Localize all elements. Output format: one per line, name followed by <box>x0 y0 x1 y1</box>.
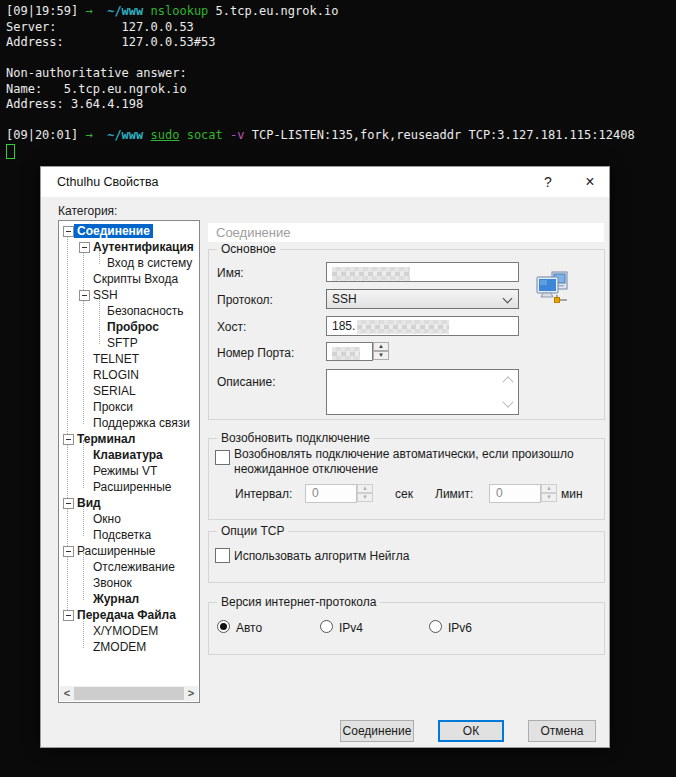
group-basic-title: Основное <box>217 242 280 256</box>
spin-up-icon: ▲ <box>541 484 557 493</box>
network-connection-icon <box>535 270 571 306</box>
terminal[interactable]: [09|19:59] → ~/www nslookup 5.tcp.eu.ngr… <box>6 4 670 159</box>
protocol-select[interactable]: SSH <box>326 289 519 309</box>
radio-auto-label: Авто <box>236 621 262 635</box>
terminal-line <box>6 51 670 67</box>
terminal-line: Non-authoritative answer: <box>6 66 670 82</box>
limit-spinner: ▲ ▼ <box>541 484 557 503</box>
group-ip-version: Версия интернет-протокола Авто IPv4 IPv6 <box>208 602 605 655</box>
tree-item-vt-modes[interactable]: Режимы VT <box>90 464 160 480</box>
auto-reconnect-checkbox[interactable] <box>215 450 230 465</box>
collapse-icon[interactable] <box>63 546 74 557</box>
scrollbar-thumb[interactable] <box>74 687 184 700</box>
interval-input: 0 <box>305 484 357 503</box>
description-textarea[interactable] <box>326 369 519 415</box>
host-value: 185. <box>332 319 355 333</box>
name-input[interactable] <box>326 262 519 282</box>
group-tcp-title: Опции TCP <box>217 524 288 538</box>
terminal-line: [09|20:01] → ~/www sudo socat -v TCP-LIS… <box>6 128 670 144</box>
scroll-down-icon[interactable] <box>502 396 513 407</box>
tree-item-advanced[interactable]: Расширенные <box>74 544 159 560</box>
tree-item-view[interactable]: Вид <box>74 496 104 512</box>
spin-up-icon: ▲ <box>357 484 373 493</box>
collapse-icon[interactable] <box>63 610 74 621</box>
nagle-checkbox[interactable] <box>215 548 230 563</box>
redacted-name <box>332 267 410 281</box>
host-input[interactable]: 185. <box>326 316 519 336</box>
interval-spinner: ▲ ▼ <box>357 484 373 503</box>
protocol-label: Протокол: <box>217 293 273 307</box>
radio-ipv6-label: IPv6 <box>448 621 472 635</box>
spin-down-icon[interactable]: ▼ <box>373 351 389 360</box>
tree-item-login[interactable]: Вход в систему <box>104 256 195 272</box>
connect-button[interactable]: Соединение <box>340 720 414 742</box>
limit-input: 0 <box>489 484 541 503</box>
tree-item-xymodem[interactable]: X/YMODEM <box>90 624 161 640</box>
name-label: Имя: <box>217 266 244 280</box>
radio-ipv4[interactable] <box>320 620 333 633</box>
collapse-icon[interactable] <box>79 242 90 253</box>
panel-header: Соединение <box>208 223 604 242</box>
category-label: Категория: <box>58 204 117 218</box>
group-tcp: Опции TCP Использовать алгоритм Нейгла <box>208 531 605 583</box>
group-reconnect-title: Возобновить подключение <box>217 431 374 445</box>
scroll-up-icon[interactable] <box>502 376 513 387</box>
tree-item-security[interactable]: Безопасность <box>104 304 187 320</box>
tree-item-keepalive[interactable]: Поддержка связи <box>90 416 193 432</box>
tree-item-zmodem[interactable]: ZMODEM <box>90 640 149 656</box>
host-label: Хост: <box>217 320 246 334</box>
tree-item-keyboard[interactable]: Клавиатура <box>90 448 166 464</box>
collapse-icon[interactable] <box>79 290 90 301</box>
tree-item-login-scripts[interactable]: Скрипты Входа <box>90 272 181 288</box>
category-tree[interactable]: Соединение Аутентификация Вход в систему… <box>58 220 200 703</box>
group-basic: Основное Имя: Протокол: SSH Хост: 185. Н… <box>208 249 605 420</box>
terminal-cursor <box>6 144 15 159</box>
tree-item-serial[interactable]: SERIAL <box>90 384 139 400</box>
tree-item-file-transfer[interactable]: Передача Файла <box>74 608 179 624</box>
port-label: Номер Порта: <box>217 346 294 360</box>
dialog-titlebar[interactable]: Cthulhu Свойства ? × <box>41 167 609 197</box>
tree-guide <box>83 249 84 424</box>
prompt-arrow-icon: → <box>85 128 107 142</box>
nagle-label: Использовать алгоритм Нейгла <box>234 549 409 563</box>
terminal-line: Server: 127.0.0.53 <box>6 20 670 36</box>
spin-down-icon: ▼ <box>541 493 557 502</box>
radio-auto[interactable] <box>217 620 230 633</box>
port-input[interactable] <box>326 342 373 361</box>
tree-item-terminal[interactable]: Терминал <box>74 432 138 448</box>
close-icon[interactable]: × <box>575 167 605 197</box>
description-label: Описание: <box>217 375 276 389</box>
tree-item-tracking[interactable]: Отслеживание <box>90 560 178 576</box>
collapse-icon[interactable] <box>63 434 74 445</box>
terminal-line: [09|19:59] → ~/www nslookup 5.tcp.eu.ngr… <box>6 4 670 20</box>
redacted-host <box>357 320 449 334</box>
tree-item-highlight[interactable]: Подсветка <box>90 528 154 544</box>
protocol-value: SSH <box>332 292 357 306</box>
interval-label: Интервал: <box>235 487 292 501</box>
limit-unit: мин <box>561 487 583 501</box>
tree-item-bell[interactable]: Звонок <box>90 576 135 592</box>
tree-item-log[interactable]: Журнал <box>90 592 142 608</box>
tree-item-proxy[interactable]: Прокси <box>90 400 136 416</box>
tree-horizontal-scrollbar[interactable]: < > <box>60 686 198 701</box>
scroll-right-icon[interactable]: > <box>184 686 198 701</box>
tree-item-telnet[interactable]: TELNET <box>90 352 142 368</box>
tree-item-terminal-advanced[interactable]: Расширенные <box>90 480 175 496</box>
auto-reconnect-label: Возобновлять подключение автоматически, … <box>234 447 574 477</box>
tree-item-sftp[interactable]: SFTP <box>104 336 141 352</box>
collapse-icon[interactable] <box>63 498 74 509</box>
spin-up-icon[interactable]: ▲ <box>373 342 389 351</box>
tree-item-ssh[interactable]: SSH <box>90 288 121 304</box>
scroll-left-icon[interactable]: < <box>60 686 74 701</box>
radio-ipv6[interactable] <box>429 620 442 633</box>
help-icon[interactable]: ? <box>533 167 563 197</box>
ok-button[interactable]: ОК <box>438 720 504 742</box>
tree-item-forwarding[interactable]: Проброс <box>104 320 162 336</box>
tree-item-rlogin[interactable]: RLOGIN <box>90 368 142 384</box>
tree-item-authentication[interactable]: Аутентификация <box>90 240 197 256</box>
collapse-icon[interactable] <box>63 226 74 237</box>
tree-item-connection[interactable]: Соединение <box>74 224 153 240</box>
port-spinner[interactable]: ▲ ▼ <box>373 342 389 361</box>
cancel-button[interactable]: Отмена <box>528 720 596 742</box>
tree-item-window[interactable]: Окно <box>90 512 124 528</box>
